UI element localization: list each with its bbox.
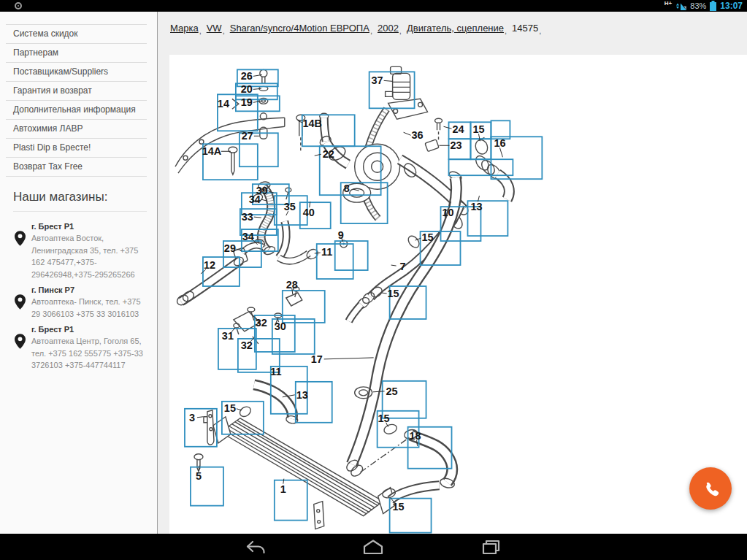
store-details: Автоаптека- Пинск, тел. +375 29 3066103 … (31, 296, 148, 320)
sidebar-item[interactable]: Plasti Dip в Бресте! (6, 139, 147, 158)
android-nav-bar (0, 534, 747, 560)
part-leader-line (444, 126, 452, 129)
sidebar-item[interactable]: Возврат Tax Free (6, 158, 147, 177)
part-number-label: 40 (303, 207, 315, 218)
breadcrumb-link[interactable]: Марка (170, 23, 199, 34)
part-number-label: 13 (296, 389, 308, 401)
part-number-label: 28 (286, 279, 298, 291)
sidebar-item[interactable]: Автохимия ЛАВР (6, 120, 147, 139)
part-number-label: 29 (224, 242, 236, 254)
store-entry: г. Брест Р1Автоаптека Центр, Гоголя 65, … (15, 325, 150, 372)
part-number-label: 23 (450, 139, 461, 151)
part-number-label: 32 (241, 340, 253, 351)
breadcrumb-link[interactable]: Sharan/syncro/4Motion ЕВРОПА (230, 23, 369, 34)
part-number-label: 25 (386, 386, 398, 397)
breadcrumb-link[interactable]: 2002 (378, 23, 399, 34)
breadcrumb-separator: , (399, 26, 402, 35)
signal-icon (675, 1, 686, 11)
battery-icon (710, 1, 716, 11)
back-button[interactable] (245, 537, 268, 557)
part-number-label: 11 (321, 246, 332, 258)
sidebar-item[interactable]: Поставщикам/Suppliers (6, 63, 147, 82)
breadcrumb-separator: , (505, 26, 507, 35)
stores-heading: Наши магазины: (13, 190, 147, 212)
home-icon (361, 537, 385, 557)
part-number-label: 1 (280, 483, 286, 495)
sidebar-item[interactable]: Партнерам (6, 44, 147, 63)
part-number-label: 15 (422, 231, 434, 243)
part-number-label: 24 (452, 123, 464, 135)
part-number-label: 34 (249, 193, 261, 205)
back-icon (245, 537, 268, 557)
part-number-label: 8 (344, 183, 350, 194)
sidebar-item[interactable]: Дополнительная информация (6, 101, 147, 120)
map-pin-icon (15, 334, 26, 349)
part-number-label: 18 (410, 430, 421, 442)
breadcrumb-link[interactable]: VW (207, 23, 222, 34)
map-pin-icon (15, 294, 26, 310)
breadcrumb-separator: , (539, 26, 541, 35)
call-fab-button[interactable] (689, 467, 732, 510)
part-number-label: 12 (204, 259, 215, 271)
part-number-label: 15 (393, 501, 405, 513)
breadcrumb-separator: , (223, 26, 225, 35)
part-number-label: 14A (202, 145, 222, 157)
page-body: Система скидокПартнерамПоставщикам/Suppl… (0, 12, 747, 534)
home-button[interactable] (361, 537, 385, 557)
part-number-label: 20 (241, 83, 253, 95)
part-number-label: 17 (311, 353, 323, 365)
phone-icon (699, 477, 722, 500)
parts-diagram: 262019142714A14B223736241523163934353340… (169, 55, 747, 534)
part-number-label: 16 (494, 137, 505, 149)
part-number-label: 15 (472, 123, 484, 135)
part-leader-line (404, 132, 411, 135)
part-number-label: 7 (400, 261, 406, 272)
part-leader-line (384, 80, 393, 81)
part-leader-line (382, 293, 387, 294)
part-number-label: 27 (242, 130, 253, 142)
part-number-label: 15 (224, 402, 236, 414)
part-number-label: 14B (302, 118, 322, 129)
sidebar-item[interactable]: Система скидок (6, 25, 147, 44)
part-leader-line (324, 358, 374, 359)
diagram-hotspot[interactable] (283, 291, 325, 323)
diagram-labels: 262019142714A14B223736241523163934353340… (189, 70, 506, 512)
part-number-label: 22 (323, 148, 334, 160)
recents-button[interactable] (478, 537, 503, 557)
network-type-label: H+ (664, 1, 672, 7)
store-title: г. Брест Р1 (31, 325, 148, 334)
sidebar-item[interactable]: Гарантия и возврат (6, 82, 147, 101)
part-leader-line (254, 217, 261, 218)
part-number-label: 35 (284, 201, 296, 212)
diagram-hotspot[interactable] (296, 382, 332, 423)
breadcrumb-link[interactable]: Двигатель, сцепление (407, 23, 504, 34)
part-number-label: 14 (218, 98, 229, 110)
part-number-label: 15 (378, 413, 390, 424)
part-leader-line (315, 253, 321, 253)
part-number-label: 15 (388, 288, 399, 299)
part-number-label: 34 (242, 231, 254, 242)
status-bar: H+ 83% 13:07 (0, 0, 747, 12)
part-leader-line (391, 265, 397, 266)
part-number-label: 3 (189, 412, 195, 423)
store-title: г. Пинск Р7 (31, 285, 148, 294)
breadcrumb-separator: , (199, 26, 202, 35)
recents-icon (478, 537, 503, 557)
part-leader-line (253, 88, 261, 89)
part-number-label: 13 (470, 201, 482, 212)
part-number-label: 33 (242, 211, 253, 223)
store-entry: г. Пинск Р7Автоаптека- Пинск, тел. +375 … (15, 285, 150, 320)
map-pin-icon (15, 231, 26, 246)
part-number-label: 37 (372, 74, 383, 86)
part-number-label: 11 (270, 366, 281, 377)
part-number-label: 26 (241, 70, 253, 82)
breadcrumb: Марка,VW,Sharan/syncro/4Motion ЕВРОПА,20… (158, 12, 747, 55)
part-number-label: 9 (338, 229, 344, 241)
notification-icon (15, 2, 22, 9)
breadcrumb-current: 14575 (512, 23, 538, 34)
tablet-screen: H+ 83% 13:07 Система скидокПартнерамПост… (0, 0, 747, 560)
part-number-label: 32 (256, 317, 267, 329)
diagram-hotspot[interactable] (275, 480, 307, 521)
part-number-label: 5 (196, 470, 202, 482)
part-number-label: 10 (442, 207, 453, 218)
